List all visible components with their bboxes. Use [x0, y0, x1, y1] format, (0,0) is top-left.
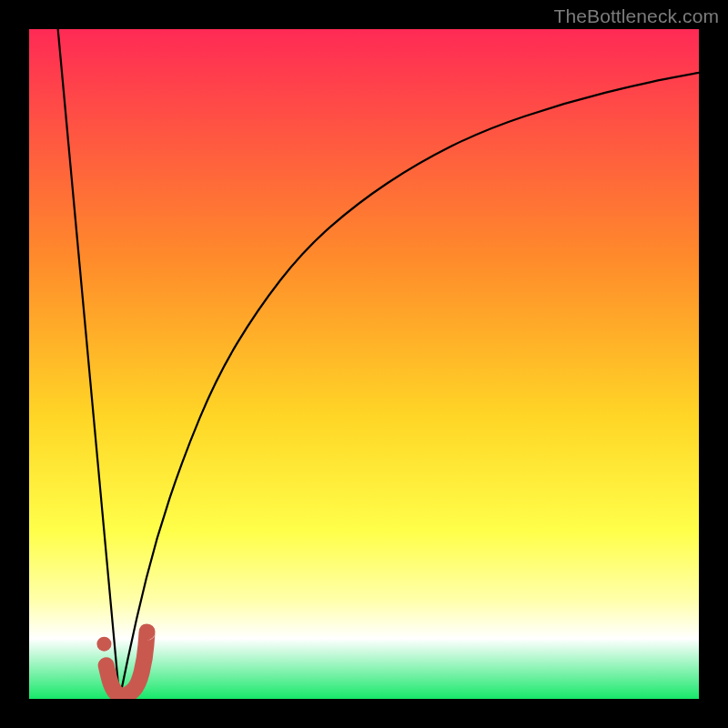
plot-area [29, 29, 699, 699]
highlight-dot [96, 637, 111, 652]
attribution-text: TheBottleneck.com [554, 5, 719, 27]
chart-frame: TheBottleneck.com [0, 0, 728, 728]
plot-svg [29, 29, 699, 699]
gradient-background [29, 29, 699, 699]
